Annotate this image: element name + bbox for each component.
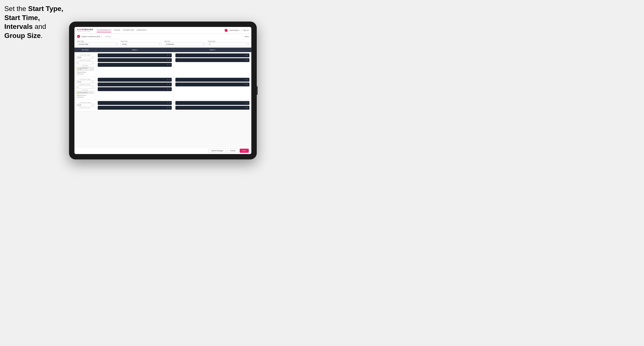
edit-icon-3-2[interactable]: ✎ <box>167 84 168 85</box>
course-chevron-1[interactable]: ▾ <box>92 68 93 70</box>
group-size-chevron: ▾ <box>246 43 247 45</box>
action-links-1: ○ Remove Group + Add Group <box>76 72 94 75</box>
remove-player-2-2[interactable]: ✕ <box>247 59 248 61</box>
nav-committee[interactable]: COMMITTEE <box>123 28 134 32</box>
intervals-value: 10 Minutes <box>166 43 174 45</box>
course-val-1: (A) Peachtree GC <box>80 67 89 70</box>
controls-row: Start Type 1st Tee Start ▾ Start Time 10… <box>74 39 251 48</box>
edit-icon-1-2[interactable]: ✎ <box>167 59 168 61</box>
bold-group-size: Group Size <box>4 32 41 39</box>
nav-teams[interactable]: TEAMS <box>114 28 120 32</box>
remove-player-2-1[interactable]: ✕ <box>247 54 248 56</box>
group-3-team2: ✎ ✕ ✎ ✕ <box>174 100 251 111</box>
add-icon-1: + <box>76 73 77 75</box>
start-time-chevron: ⊙ <box>159 43 160 45</box>
starting-hole-input-1[interactable]: 1 ▾ <box>76 61 94 64</box>
edit-icon-1-1[interactable]: ✎ <box>167 54 168 56</box>
player-row-6-1: ✎ ✕ <box>176 101 250 105</box>
remove-player-5-2[interactable]: ✕ <box>169 107 170 109</box>
starting-hole-label-2: STARTING HOLE: <box>76 84 94 85</box>
breadcrumb-tournament[interactable]: Clipped Invitational (Mar...) <box>81 35 102 37</box>
save-button[interactable]: Save <box>240 149 249 153</box>
remove-group-1[interactable]: ○ Remove Group <box>76 72 94 73</box>
group-3-left: STARTING TIME: 10:20 ⊙ STARTING HOLE: <box>74 100 96 111</box>
cancel-button[interactable]: Cancel <box>228 149 238 153</box>
course-chevron-2[interactable]: ▾ <box>90 92 91 93</box>
start-type-value: 1st Tee Start <box>78 43 88 45</box>
start-time-select[interactable]: 10:00 ⊙ <box>120 42 162 46</box>
remove-player-1-1[interactable]: ✕ <box>169 54 170 56</box>
group-row-1: STARTING TIME: 10:00 ⊙ STARTING HOLE: 1 … <box>74 52 251 76</box>
breadcrumb-logo: C <box>77 35 80 38</box>
edit-icon-4-1[interactable]: ✎ <box>245 79 246 81</box>
starting-time-input-2[interactable]: 10:10 ⊙ <box>76 80 94 83</box>
remove-player-3-2[interactable]: ✕ <box>169 84 170 85</box>
course-label-2: COURSE: <box>76 89 94 91</box>
edit-icon-6-1[interactable]: ✎ <box>245 102 246 104</box>
add-group-2[interactable]: + Add Group <box>76 97 94 98</box>
suffix3: and <box>33 23 46 30</box>
player-row-3-1: ✎ ✕ <box>98 78 172 82</box>
remove-player-6-1[interactable]: ✕ <box>247 102 248 104</box>
group-1-team1: ✎ ✕ ✎ ✕ ✎ ✕ <box>96 52 174 76</box>
intervals-group: Intervals 10 Minutes ⊙ <box>164 40 205 46</box>
course-clear-1[interactable]: ✕ <box>90 68 92 70</box>
nav-rankings[interactable]: RANKINGS <box>137 28 147 32</box>
edit-icon-6-2[interactable]: ✎ <box>245 107 246 109</box>
starting-hole-input-2[interactable]: 1 ▾ <box>76 86 94 89</box>
edit-icon-3-1[interactable]: ✎ <box>167 79 168 81</box>
app-logo: SCOREBOARD Powered by clipp... <box>77 29 93 32</box>
sign-out-text[interactable]: Sign out <box>243 29 249 31</box>
user-avatar <box>224 29 228 32</box>
tablet-side-button <box>257 86 258 95</box>
intervals-label: Intervals <box>164 40 205 42</box>
remove-player-4-2[interactable]: ✕ <box>247 84 248 85</box>
action-links-2: ○ Remove Group + Add Group <box>76 95 94 98</box>
remove-player-1-3[interactable]: ✕ <box>169 64 170 66</box>
sign-out-link[interactable]: | <box>241 29 242 31</box>
intervals-select[interactable]: 10 Minutes ⊙ <box>164 42 205 46</box>
remove-player-6-2[interactable]: ✕ <box>247 107 248 109</box>
edit-icon-4-2[interactable]: ✎ <box>245 84 246 85</box>
group-size-select[interactable]: 3 ▾ <box>208 42 249 46</box>
edit-icon-5-1[interactable]: ✎ <box>167 102 168 104</box>
edit-icon-2-1[interactable]: ✎ <box>245 54 246 56</box>
group-1-team2: ✎ ✕ ✎ ✕ <box>174 52 251 76</box>
group-3-team1: ✎ ✕ ✎ ✕ <box>96 100 174 111</box>
nav-links: TOURNAMENTS TEAMS COMMITTEE RANKINGS <box>97 28 224 32</box>
remove-player-3-1[interactable]: ✕ <box>169 79 170 81</box>
group-2-left: STARTING TIME: 10:10 ⊙ STARTING HOLE: 1 … <box>74 76 96 100</box>
course-clear-2[interactable]: ✕ <box>89 92 90 93</box>
remove-player-4-1[interactable]: ✕ <box>247 79 248 81</box>
nav-tournaments[interactable]: TOURNAMENTS <box>97 28 111 32</box>
edit-icon-5-2[interactable]: ✎ <box>167 107 168 109</box>
nav-user: blair@clippd.io | Sign out <box>224 29 249 32</box>
back-button[interactable]: ‹ Back <box>244 35 249 37</box>
remove-player-5-1[interactable]: ✕ <box>169 102 170 104</box>
remove-icon-2: ○ <box>76 95 77 96</box>
starting-time-input-3[interactable]: 10:20 ⊙ <box>76 104 94 106</box>
col-team1: Team 1 <box>96 48 174 52</box>
start-type-group: Start Type 1st Tee Start ▾ <box>77 40 118 46</box>
starting-time-icon-3: ⊙ <box>92 104 93 106</box>
course-tag-2: ⛳ East Lake GC ✕ ▾ <box>76 91 94 94</box>
start-type-select[interactable]: 1st Tee Start ▾ <box>77 42 118 46</box>
remove-player-3-3[interactable]: ✕ <box>169 88 170 90</box>
reset-button[interactable]: Reset Changes <box>209 149 226 153</box>
remove-group-2[interactable]: ○ Remove Group <box>76 95 94 96</box>
intervals-chevron: ⊙ <box>202 43 204 45</box>
group-size-value: 3 <box>209 43 210 45</box>
remove-player-1-2[interactable]: ✕ <box>169 59 170 61</box>
starting-time-label-3: STARTING TIME: <box>76 102 94 103</box>
edit-icon-3-3[interactable]: ✎ <box>167 88 168 90</box>
start-time-group: Start Time 10:00 ⊙ <box>120 40 162 46</box>
group-size-group: Group Size 3 ▾ <box>208 40 249 46</box>
player-row-1-2: ✎ ✕ <box>98 58 172 62</box>
add-group-1[interactable]: + Add Group <box>76 73 94 75</box>
starting-time-input-1[interactable]: 10:00 ⊙ <box>76 56 94 59</box>
edit-icon-2-2[interactable]: ✎ <box>245 59 246 61</box>
add-icon-2: + <box>76 97 77 98</box>
edit-icon-1-3[interactable]: ✎ <box>167 64 168 66</box>
bold-start-time: Start Time, <box>4 14 40 21</box>
tablet-frame: SCOREBOARD Powered by clipp... TOURNAMEN… <box>69 21 257 160</box>
